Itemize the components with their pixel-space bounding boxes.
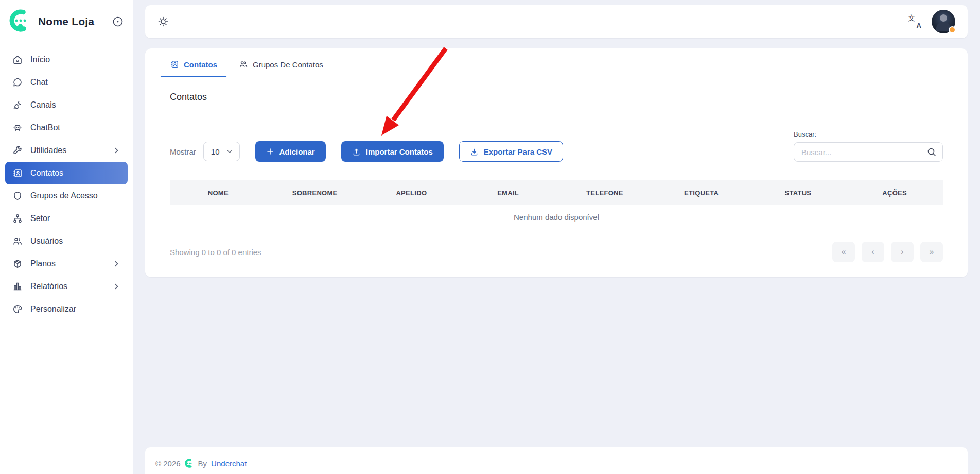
bar-chart-icon [12, 281, 23, 292]
sidebar-item-label: Setor [30, 214, 50, 223]
column-header-apelido: APELIDO [363, 189, 460, 197]
pagination-first-button[interactable]: « [832, 242, 855, 262]
search-label: Buscar: [794, 130, 943, 138]
translate-glyph-primary: 文 [908, 14, 915, 23]
tab-contatos[interactable]: Contatos [161, 60, 226, 77]
column-header-email: EMAIL [460, 189, 556, 197]
import-contacts-button-label: Importar Contatos [366, 147, 433, 156]
contacts-table: NOME SOBRENOME APELIDO EMAIL TELEFONE ET… [170, 180, 943, 230]
shield-icon [12, 191, 23, 201]
pagination-last-button[interactable]: » [920, 242, 943, 262]
table-header-row: NOME SOBRENOME APELIDO EMAIL TELEFONE ET… [170, 180, 943, 205]
wrench-icon [12, 145, 23, 156]
robot-icon [12, 123, 23, 133]
sidebar-item-utilidades[interactable]: Utilidades [5, 139, 128, 162]
sidebar-nav: Início Chat Canais ChatBot Utilidades [0, 41, 133, 328]
chat-bubble-icon [12, 77, 23, 88]
sidebar-item-label: Personalizar [30, 304, 76, 314]
sidebar-item-usuarios[interactable]: Usuários [5, 230, 128, 252]
sidebar-item-label: Canais [30, 100, 56, 110]
chevron-right-icon [112, 260, 120, 268]
tab-bar: Contatos Grupos De Contatos [145, 48, 968, 77]
column-header-status: STATUS [750, 189, 847, 197]
pagination: « ‹ › » [832, 242, 943, 262]
column-header-sobrenome: SOBRENOME [267, 189, 363, 197]
page-size-value: 10 [211, 147, 220, 156]
palette-icon [12, 304, 23, 314]
copyright-text: © 2026 [155, 459, 181, 468]
sidebar-item-label: Utilidades [30, 146, 66, 155]
show-label: Mostrar [170, 147, 196, 156]
tab-grupos-de-contatos[interactable]: Grupos De Contatos [230, 60, 332, 77]
avatar[interactable] [932, 10, 955, 33]
tab-label: Contatos [184, 60, 217, 69]
controls-left: Mostrar 10 Adicionar Importar Contatos E… [170, 141, 563, 162]
table-footer: Showing 0 to 0 of 0 entries « ‹ › » [170, 242, 943, 262]
translate-icon[interactable]: 文 A [908, 15, 921, 28]
page-size-select[interactable]: 10 [203, 142, 240, 161]
sidebar-item-chatbot[interactable]: ChatBot [5, 116, 128, 139]
status-dot [949, 26, 956, 33]
sidebar-item-label: Usuários [30, 236, 63, 246]
chevron-right-icon [112, 282, 120, 291]
users-icon [239, 60, 248, 69]
sidebar-item-personalizar[interactable]: Personalizar [5, 298, 128, 320]
pagination-prev-button[interactable]: ‹ [862, 242, 884, 262]
sidebar-item-label: Relatórios [30, 282, 67, 291]
brand-logo-icon [9, 9, 32, 34]
chevron-down-icon [226, 148, 233, 155]
contacts-card: Contatos Grupos De Contatos Contatos Mos… [145, 48, 968, 277]
plug-icon [12, 100, 23, 110]
sun-icon[interactable] [157, 16, 169, 27]
users-icon [12, 236, 23, 246]
sidebar-collapse-toggle[interactable] [112, 16, 124, 27]
add-button-label: Adicionar [279, 147, 315, 156]
search-icon [926, 147, 937, 157]
search-block: Buscar: [794, 130, 943, 162]
sidebar-item-setor[interactable]: Setor [5, 207, 128, 230]
search-input[interactable] [794, 142, 943, 162]
sidebar-item-canais[interactable]: Canais [5, 94, 128, 116]
sidebar-item-planos[interactable]: Planos [5, 252, 128, 275]
pagination-next-button[interactable]: › [891, 242, 914, 262]
underchat-link[interactable]: Underchat [211, 459, 247, 468]
upload-icon [352, 147, 361, 156]
package-icon [12, 259, 23, 269]
add-button[interactable]: Adicionar [255, 141, 326, 162]
avatar-figure [940, 14, 947, 22]
page-footer: © 2026 By Underchat [145, 447, 968, 474]
sidebar-item-chat[interactable]: Chat [5, 71, 128, 94]
empty-state-message: Nenhum dado disponível [170, 205, 943, 230]
column-header-telefone: TELEFONE [556, 189, 653, 197]
tab-label: Grupos De Contatos [253, 60, 323, 69]
export-csv-button[interactable]: Exportar Para CSV [459, 141, 563, 162]
column-header-nome: NOME [170, 189, 267, 197]
sidebar-item-grupos-de-acesso[interactable]: Grupos de Acesso [5, 184, 128, 207]
sidebar-header: Nome Loja [0, 0, 133, 41]
column-header-etiqueta: ETIQUETA [653, 189, 750, 197]
import-contacts-button[interactable]: Importar Contatos [341, 141, 444, 162]
sidebar-item-relatorios[interactable]: Relatórios [5, 275, 128, 298]
home-icon [12, 55, 23, 65]
sidebar-item-contatos[interactable]: Contatos [5, 162, 128, 184]
byline-text: By [198, 459, 207, 468]
table-controls: Mostrar 10 Adicionar Importar Contatos E… [170, 130, 943, 162]
translate-glyph-secondary: A [917, 22, 921, 29]
sidebar-item-label: ChatBot [30, 123, 60, 132]
download-icon [470, 147, 479, 156]
sidebar: Nome Loja Início Chat Canais ChatBot [0, 0, 133, 474]
app-root: Nome Loja Início Chat Canais ChatBot [0, 0, 980, 474]
topbar-right: 文 A [908, 10, 955, 33]
sidebar-item-label: Grupos de Acesso [30, 191, 98, 200]
topbar: 文 A [145, 5, 968, 38]
plus-icon [266, 147, 274, 156]
footer-logo-icon [185, 459, 194, 468]
address-book-icon [170, 60, 179, 69]
sidebar-item-inicio[interactable]: Início [5, 48, 128, 71]
entries-info: Showing 0 to 0 of 0 entries [170, 248, 261, 257]
store-name: Nome Loja [38, 15, 94, 28]
sidebar-item-label: Contatos [30, 168, 63, 178]
column-header-acoes: AÇÕES [846, 189, 943, 197]
sidebar-item-label: Chat [30, 78, 48, 87]
chevron-right-icon [112, 146, 120, 155]
